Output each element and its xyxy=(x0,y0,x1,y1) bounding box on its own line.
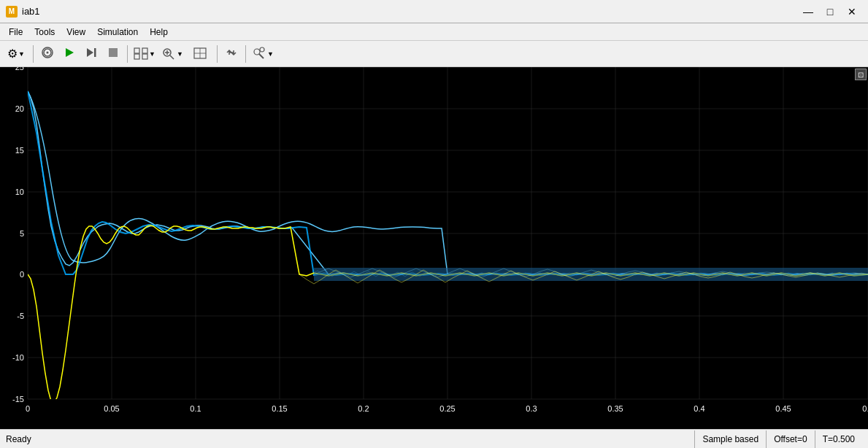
svg-text:0.1: 0.1 xyxy=(190,404,201,413)
open-button[interactable] xyxy=(37,44,58,64)
toolbar-separator-2 xyxy=(127,45,128,63)
step-icon xyxy=(85,46,98,61)
title-bar: M iab1 — □ ✕ xyxy=(0,0,868,23)
svg-line-13 xyxy=(170,55,174,59)
link-icon xyxy=(225,46,238,61)
svg-rect-8 xyxy=(134,48,139,53)
toolbar-separator-1 xyxy=(33,45,34,63)
format-icon xyxy=(134,47,148,61)
step-button[interactable] xyxy=(81,44,101,64)
status-right: Sample based Offset=0 T=0.500 xyxy=(694,430,862,448)
svg-rect-25 xyxy=(0,67,28,429)
zoom-dropdown-icon: ▼ xyxy=(177,50,183,58)
tools2-button[interactable]: ▼ xyxy=(250,44,276,64)
fit-button[interactable] xyxy=(187,44,213,64)
svg-text:0.4: 0.4 xyxy=(694,404,704,413)
gear-icon: ⚙ xyxy=(7,47,18,61)
window-controls: — □ ✕ xyxy=(798,4,862,20)
svg-text:5: 5 xyxy=(20,229,24,238)
format-button[interactable]: ▼ xyxy=(131,44,158,64)
svg-text:-15: -15 xyxy=(12,395,24,403)
svg-text:0: 0 xyxy=(20,270,24,279)
svg-point-2 xyxy=(47,52,49,54)
minimize-button[interactable]: — xyxy=(798,4,818,20)
stop-button[interactable] xyxy=(103,44,123,64)
svg-text:0.45: 0.45 xyxy=(775,404,791,413)
window-title: iab1 xyxy=(22,6,40,17)
settings-button[interactable]: ⚙ ▼ xyxy=(3,44,29,64)
status-offset: Offset=0 xyxy=(766,430,814,448)
maximize-button[interactable]: □ xyxy=(820,4,840,20)
chart-svg: 25 20 15 10 5 0 -5 -10 -15 0 0.05 0.1 0.… xyxy=(0,67,868,429)
run-button[interactable] xyxy=(59,44,80,64)
status-bar: Ready Sample based Offset=0 T=0.500 xyxy=(0,429,868,448)
toolbar-separator-4 xyxy=(245,45,246,63)
toolbar: ⚙ ▼ xyxy=(0,41,868,67)
chart-expand-button[interactable]: ⊡ xyxy=(855,69,867,80)
svg-text:0.05: 0.05 xyxy=(104,404,119,413)
fit-icon xyxy=(193,47,207,61)
svg-rect-11 xyxy=(142,54,147,59)
svg-text:0: 0 xyxy=(26,404,30,413)
tools2-dropdown-icon: ▼ xyxy=(267,50,274,58)
svg-text:20: 20 xyxy=(15,104,24,113)
dropdown-arrow-icon: ▼ xyxy=(18,50,25,58)
svg-line-21 xyxy=(259,54,264,58)
svg-point-20 xyxy=(254,49,260,55)
svg-text:-5: -5 xyxy=(17,312,24,320)
svg-point-22 xyxy=(260,47,264,52)
svg-text:0.25: 0.25 xyxy=(439,404,455,413)
format-dropdown-icon: ▼ xyxy=(149,50,155,58)
svg-text:15: 15 xyxy=(15,146,24,155)
svg-marker-5 xyxy=(87,48,93,57)
play-icon xyxy=(63,46,76,61)
toolbar-separator-3 xyxy=(217,45,218,63)
status-time: T=0.500 xyxy=(815,430,862,448)
menu-simulation[interactable]: Simulation xyxy=(91,26,144,39)
tools2-icon xyxy=(252,47,266,61)
svg-rect-10 xyxy=(134,54,139,59)
open-icon xyxy=(41,46,54,61)
expand-icon: ⊡ xyxy=(858,71,864,79)
menu-file[interactable]: File xyxy=(3,26,28,39)
zoom-button[interactable]: ▼ xyxy=(159,44,185,64)
svg-text:0.15: 0.15 xyxy=(272,404,287,413)
svg-text:0.2: 0.2 xyxy=(358,404,369,413)
svg-text:0.3: 0.3 xyxy=(526,404,537,413)
zoom-icon xyxy=(161,47,176,61)
svg-rect-6 xyxy=(94,48,96,57)
close-button[interactable]: ✕ xyxy=(842,4,862,20)
status-ready-text: Ready xyxy=(6,434,694,444)
svg-marker-3 xyxy=(66,48,74,57)
chart-area[interactable]: 25 20 15 10 5 0 -5 -10 -15 0 0.05 0.1 0.… xyxy=(0,67,868,429)
main-content: 25 20 15 10 5 0 -5 -10 -15 0 0.05 0.1 0.… xyxy=(0,67,868,429)
svg-text:0.5: 0.5 xyxy=(862,404,868,413)
svg-rect-7 xyxy=(109,48,118,57)
svg-text:25: 25 xyxy=(15,67,24,72)
stop-icon xyxy=(107,46,120,61)
menu-view[interactable]: View xyxy=(61,26,91,39)
svg-text:-10: -10 xyxy=(12,353,24,362)
svg-rect-9 xyxy=(142,48,147,53)
menu-tools[interactable]: Tools xyxy=(28,26,61,39)
menu-bar: File Tools View Simulation Help xyxy=(0,23,868,41)
link-button[interactable] xyxy=(221,44,242,64)
svg-text:10: 10 xyxy=(15,188,24,196)
svg-text:0.35: 0.35 xyxy=(607,404,623,413)
menu-help[interactable]: Help xyxy=(144,26,174,39)
status-sample-based: Sample based xyxy=(694,430,766,448)
app-icon: M xyxy=(6,6,18,18)
svg-rect-26 xyxy=(28,67,868,399)
